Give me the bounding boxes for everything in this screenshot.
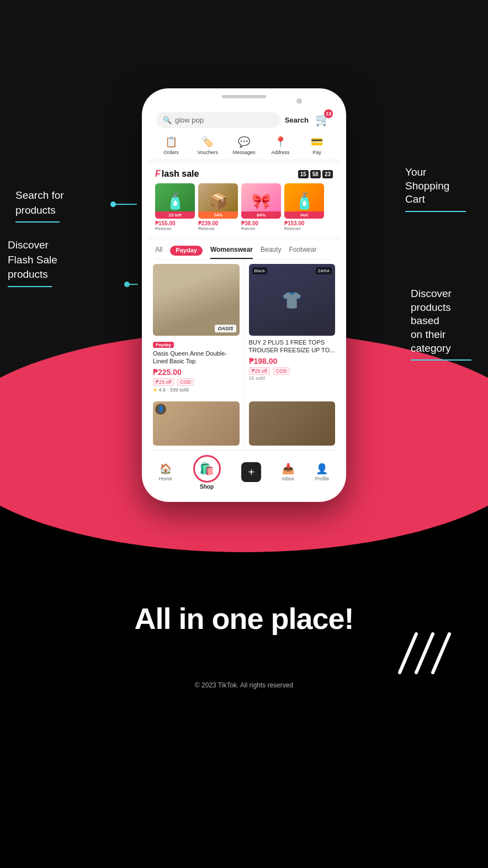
product-card-3[interactable]: 👤 — [148, 397, 244, 450]
deco-svg — [383, 628, 455, 678]
search-icon: 🔍 — [163, 116, 172, 124]
profile-label: Profile — [315, 476, 330, 481]
product-price-2: ₱198.00 — [249, 357, 336, 366]
search-input-area[interactable]: 🔍 glow pop — [156, 112, 280, 128]
bn-inbox[interactable]: 📥 Inbox — [282, 463, 294, 481]
home-icon: 🏠 — [160, 463, 172, 475]
product-grid-partial: 👤 — [148, 397, 340, 450]
cart-icon-wrapper[interactable]: 🛒 13 — [313, 110, 332, 129]
product-img-4 — [249, 401, 336, 446]
flash-sale-title: F lash sale — [155, 169, 199, 179]
tab-beauty[interactable]: Beauty — [261, 246, 281, 259]
address-label: Address — [271, 150, 289, 155]
vouchers-icon: 🏷️ — [201, 136, 214, 148]
search-button[interactable]: Search — [285, 116, 309, 124]
discount-tag-2: ₱25 off — [249, 367, 270, 375]
flash-timer: 15 58 23 — [298, 170, 333, 178]
phone-screen: 🔍 glow pop Search 🛒 13 📋 Orde — [148, 104, 340, 495]
shop-button[interactable]: 🛍️ — [193, 455, 221, 483]
product-card-2[interactable]: 👕 Black ZARA BUY 2 PLUS 1 FREE TOPS TROU… — [245, 260, 340, 397]
timer-minutes: 58 — [310, 170, 321, 178]
tab-womenswear[interactable]: Womenswear — [210, 246, 253, 259]
orders-icon: 📋 — [165, 136, 177, 148]
nav-item-messages[interactable]: 💬 Messages — [230, 136, 258, 155]
tops-stack-img: 👕 — [249, 264, 336, 336]
tab-payday[interactable]: Payday — [170, 246, 203, 256]
product-card-4[interactable] — [245, 397, 340, 450]
tagline: All in one place! — [134, 601, 353, 636]
flash-icon: F — [155, 169, 161, 179]
product-img-3: 👤 — [153, 401, 240, 446]
annotation-flash: Discover Flash Sale products — [8, 237, 57, 287]
flash-product-img-1: 🧴 23 left — [155, 183, 195, 219]
decorative-lines — [383, 628, 455, 680]
annotation-cart: YourShoppingCart — [405, 166, 466, 212]
flash-price-1: ₱155.00 — [155, 220, 195, 226]
bn-shop[interactable]: 🛍️ Shop — [193, 455, 221, 490]
nav-item-address[interactable]: 📍 Address — [267, 136, 294, 155]
nav-item-vouchers[interactable]: 🏷️ Vouchers — [194, 136, 221, 155]
product-img-2: 👕 Black ZARA — [249, 264, 336, 336]
flash-sale-section: F lash sale 15 58 23 — [148, 163, 340, 237]
tagline-wrapper: All in one place! — [134, 546, 353, 636]
product-card-1[interactable]: OASIS Payday Oasis Queen Anne Double-Lin… — [148, 260, 244, 397]
phone-notch — [222, 95, 266, 98]
nav-item-pay[interactable]: 💳 Pay — [303, 136, 331, 155]
flash-product-3[interactable]: 🎀 84% ₱38.00 ₱49.00 — [241, 183, 281, 231]
flash-products-row: 🧴 23 left ₱155.00 ₱215.00 📦 74% — [155, 183, 333, 231]
tabs-row: All Payday Womenswear Beauty Footwear — [155, 246, 333, 260]
payday-tag-1: Payday — [153, 342, 174, 348]
screen-inner: 🔍 glow pop Search 🛒 13 📋 Orde — [148, 104, 340, 495]
product-sold-2: 15 sold — [249, 375, 336, 381]
timer-seconds: 23 — [322, 170, 333, 178]
pay-label: Pay — [312, 150, 321, 155]
nav-item-orders[interactable]: 📋 Orders — [157, 136, 185, 155]
bottom-nav: 🏠 Home 🛍️ Shop + 📥 Inbox — [148, 450, 340, 495]
copyright: © 2023 TikTok. All rights reserved — [195, 681, 293, 689]
shop-label: Shop — [200, 484, 214, 490]
flash-badge-4: Hot — [284, 211, 324, 219]
svg-line-7 — [400, 634, 416, 673]
cod-tag-1: COD — [177, 378, 194, 386]
discount-tag-1: ₱25 off — [153, 378, 174, 386]
annotation-search: Search for products — [15, 188, 64, 223]
home-label: Home — [159, 476, 172, 481]
messages-label: Messages — [232, 150, 255, 155]
flash-price-3: ₱38.00 — [241, 220, 281, 226]
bn-plus[interactable]: + — [241, 462, 261, 482]
profile-icon: 👤 — [316, 463, 328, 475]
address-icon: 📍 — [274, 136, 287, 148]
flash-sale-header: F lash sale 15 58 23 — [155, 169, 333, 179]
tab-all[interactable]: All — [155, 246, 162, 259]
flash-product-4[interactable]: 🧴 Hot ₱153.00 ₱299.00 — [284, 183, 324, 231]
category-tabs: All Payday Womenswear Beauty Footwear — [148, 240, 340, 260]
inbox-icon: 📥 — [282, 463, 294, 475]
flash-price-2: ₱239.00 — [198, 220, 238, 226]
product-meta-1: ₱25 off COD — [153, 378, 240, 386]
copyright-wrapper: © 2023 TikTok. All rights reserved — [195, 680, 293, 690]
flash-product-2[interactable]: 📦 74% ₱239.00 ₱599.00 — [198, 183, 238, 231]
phone-outer: 🔍 glow pop Search 🛒 13 📋 Orde — [142, 88, 346, 502]
product-grid: OASIS Payday Oasis Queen Anne Double-Lin… — [148, 260, 340, 397]
cart-badge: 13 — [324, 109, 333, 118]
star-icon: ★ — [153, 387, 157, 393]
bn-home[interactable]: 🏠 Home — [159, 463, 172, 481]
plus-button[interactable]: + — [241, 462, 261, 482]
nav-icons-row: 📋 Orders 🏷️ Vouchers 💬 Messages 📍 — [148, 134, 340, 160]
svg-line-9 — [433, 634, 449, 673]
flash-product-img-2: 📦 74% — [198, 183, 238, 219]
tab-footwear[interactable]: Footwear — [289, 246, 316, 259]
flash-orig-3: ₱49.00 — [241, 226, 281, 231]
flash-orig-4: ₱299.00 — [284, 226, 324, 231]
phone-mockup: 🔍 glow pop Search 🛒 13 📋 Orde — [142, 88, 346, 502]
inbox-label: Inbox — [282, 476, 294, 481]
svg-point-1 — [110, 202, 116, 207]
flash-product-1[interactable]: 🧴 23 left ₱155.00 ₱215.00 — [155, 183, 195, 231]
svg-line-8 — [416, 634, 433, 673]
product-price-1: ₱225.00 — [153, 368, 240, 377]
product-rating-1: ★ 4.6 · 339 sold — [153, 387, 240, 393]
flash-price-4: ₱153.00 — [284, 220, 324, 226]
annotation-category: Discoverproductsbasedon theircategory — [411, 287, 471, 361]
bn-profile[interactable]: 👤 Profile — [315, 463, 330, 481]
orders-label: Orders — [163, 150, 179, 155]
